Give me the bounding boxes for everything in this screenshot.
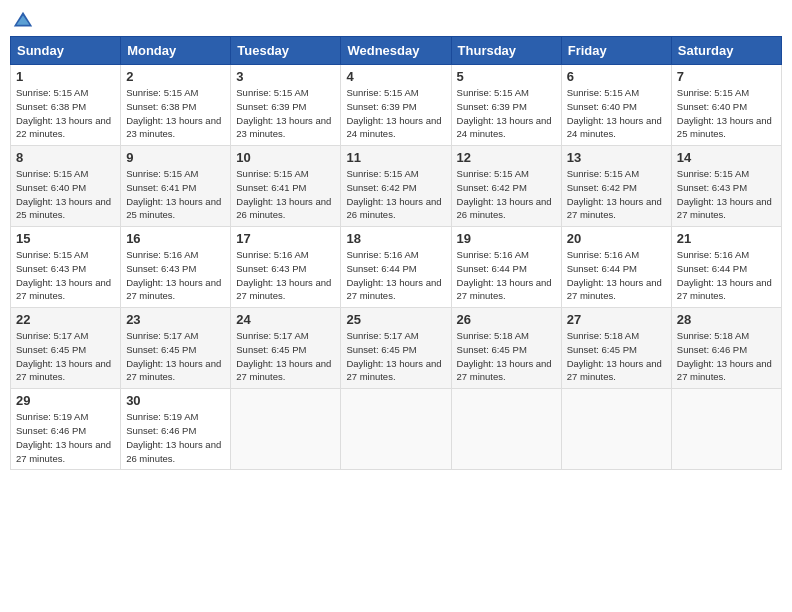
calendar-cell: 8 Sunrise: 5:15 AM Sunset: 6:40 PM Dayli… bbox=[11, 146, 121, 227]
page-header bbox=[10, 10, 782, 32]
day-info: Sunrise: 5:16 AM Sunset: 6:44 PM Dayligh… bbox=[457, 248, 556, 303]
day-header-wednesday: Wednesday bbox=[341, 37, 451, 65]
calendar-cell: 3 Sunrise: 5:15 AM Sunset: 6:39 PM Dayli… bbox=[231, 65, 341, 146]
day-number: 19 bbox=[457, 231, 556, 246]
day-number: 29 bbox=[16, 393, 115, 408]
calendar-cell: 10 Sunrise: 5:15 AM Sunset: 6:41 PM Dayl… bbox=[231, 146, 341, 227]
day-info: Sunrise: 5:17 AM Sunset: 6:45 PM Dayligh… bbox=[346, 329, 445, 384]
calendar-cell bbox=[341, 389, 451, 470]
day-info: Sunrise: 5:18 AM Sunset: 6:46 PM Dayligh… bbox=[677, 329, 776, 384]
day-number: 15 bbox=[16, 231, 115, 246]
calendar-week-3: 15 Sunrise: 5:15 AM Sunset: 6:43 PM Dayl… bbox=[11, 227, 782, 308]
day-info: Sunrise: 5:18 AM Sunset: 6:45 PM Dayligh… bbox=[457, 329, 556, 384]
day-info: Sunrise: 5:15 AM Sunset: 6:43 PM Dayligh… bbox=[16, 248, 115, 303]
calendar-cell: 22 Sunrise: 5:17 AM Sunset: 6:45 PM Dayl… bbox=[11, 308, 121, 389]
calendar-cell: 17 Sunrise: 5:16 AM Sunset: 6:43 PM Dayl… bbox=[231, 227, 341, 308]
calendar-cell: 30 Sunrise: 5:19 AM Sunset: 6:46 PM Dayl… bbox=[121, 389, 231, 470]
day-number: 8 bbox=[16, 150, 115, 165]
calendar-cell: 1 Sunrise: 5:15 AM Sunset: 6:38 PM Dayli… bbox=[11, 65, 121, 146]
day-info: Sunrise: 5:15 AM Sunset: 6:40 PM Dayligh… bbox=[16, 167, 115, 222]
day-info: Sunrise: 5:15 AM Sunset: 6:38 PM Dayligh… bbox=[126, 86, 225, 141]
day-info: Sunrise: 5:15 AM Sunset: 6:41 PM Dayligh… bbox=[236, 167, 335, 222]
day-info: Sunrise: 5:15 AM Sunset: 6:39 PM Dayligh… bbox=[236, 86, 335, 141]
calendar-cell bbox=[671, 389, 781, 470]
day-info: Sunrise: 5:15 AM Sunset: 6:38 PM Dayligh… bbox=[16, 86, 115, 141]
calendar-cell: 15 Sunrise: 5:15 AM Sunset: 6:43 PM Dayl… bbox=[11, 227, 121, 308]
day-info: Sunrise: 5:15 AM Sunset: 6:42 PM Dayligh… bbox=[457, 167, 556, 222]
day-info: Sunrise: 5:16 AM Sunset: 6:44 PM Dayligh… bbox=[346, 248, 445, 303]
day-info: Sunrise: 5:18 AM Sunset: 6:45 PM Dayligh… bbox=[567, 329, 666, 384]
calendar-cell: 14 Sunrise: 5:15 AM Sunset: 6:43 PM Dayl… bbox=[671, 146, 781, 227]
day-number: 28 bbox=[677, 312, 776, 327]
day-info: Sunrise: 5:17 AM Sunset: 6:45 PM Dayligh… bbox=[16, 329, 115, 384]
calendar-week-4: 22 Sunrise: 5:17 AM Sunset: 6:45 PM Dayl… bbox=[11, 308, 782, 389]
logo bbox=[10, 10, 34, 32]
calendar-cell bbox=[561, 389, 671, 470]
day-info: Sunrise: 5:15 AM Sunset: 6:42 PM Dayligh… bbox=[346, 167, 445, 222]
day-info: Sunrise: 5:15 AM Sunset: 6:40 PM Dayligh… bbox=[677, 86, 776, 141]
day-number: 22 bbox=[16, 312, 115, 327]
calendar-cell: 2 Sunrise: 5:15 AM Sunset: 6:38 PM Dayli… bbox=[121, 65, 231, 146]
day-info: Sunrise: 5:15 AM Sunset: 6:40 PM Dayligh… bbox=[567, 86, 666, 141]
calendar-header-row: SundayMondayTuesdayWednesdayThursdayFrid… bbox=[11, 37, 782, 65]
day-number: 11 bbox=[346, 150, 445, 165]
day-number: 3 bbox=[236, 69, 335, 84]
day-info: Sunrise: 5:16 AM Sunset: 6:43 PM Dayligh… bbox=[236, 248, 335, 303]
calendar-week-5: 29 Sunrise: 5:19 AM Sunset: 6:46 PM Dayl… bbox=[11, 389, 782, 470]
day-number: 16 bbox=[126, 231, 225, 246]
calendar-cell: 16 Sunrise: 5:16 AM Sunset: 6:43 PM Dayl… bbox=[121, 227, 231, 308]
day-info: Sunrise: 5:19 AM Sunset: 6:46 PM Dayligh… bbox=[16, 410, 115, 465]
day-number: 5 bbox=[457, 69, 556, 84]
calendar-cell: 26 Sunrise: 5:18 AM Sunset: 6:45 PM Dayl… bbox=[451, 308, 561, 389]
calendar-cell: 9 Sunrise: 5:15 AM Sunset: 6:41 PM Dayli… bbox=[121, 146, 231, 227]
day-number: 21 bbox=[677, 231, 776, 246]
calendar-cell: 6 Sunrise: 5:15 AM Sunset: 6:40 PM Dayli… bbox=[561, 65, 671, 146]
day-header-friday: Friday bbox=[561, 37, 671, 65]
day-number: 24 bbox=[236, 312, 335, 327]
calendar-table: SundayMondayTuesdayWednesdayThursdayFrid… bbox=[10, 36, 782, 470]
day-info: Sunrise: 5:15 AM Sunset: 6:39 PM Dayligh… bbox=[457, 86, 556, 141]
day-number: 9 bbox=[126, 150, 225, 165]
day-header-monday: Monday bbox=[121, 37, 231, 65]
day-number: 1 bbox=[16, 69, 115, 84]
calendar-cell: 27 Sunrise: 5:18 AM Sunset: 6:45 PM Dayl… bbox=[561, 308, 671, 389]
day-info: Sunrise: 5:16 AM Sunset: 6:44 PM Dayligh… bbox=[677, 248, 776, 303]
calendar-cell: 18 Sunrise: 5:16 AM Sunset: 6:44 PM Dayl… bbox=[341, 227, 451, 308]
day-info: Sunrise: 5:16 AM Sunset: 6:44 PM Dayligh… bbox=[567, 248, 666, 303]
day-number: 18 bbox=[346, 231, 445, 246]
day-info: Sunrise: 5:15 AM Sunset: 6:39 PM Dayligh… bbox=[346, 86, 445, 141]
calendar-cell: 13 Sunrise: 5:15 AM Sunset: 6:42 PM Dayl… bbox=[561, 146, 671, 227]
day-header-saturday: Saturday bbox=[671, 37, 781, 65]
calendar-cell: 25 Sunrise: 5:17 AM Sunset: 6:45 PM Dayl… bbox=[341, 308, 451, 389]
day-number: 4 bbox=[346, 69, 445, 84]
day-number: 30 bbox=[126, 393, 225, 408]
day-number: 17 bbox=[236, 231, 335, 246]
day-number: 27 bbox=[567, 312, 666, 327]
calendar-cell: 19 Sunrise: 5:16 AM Sunset: 6:44 PM Dayl… bbox=[451, 227, 561, 308]
calendar-cell: 4 Sunrise: 5:15 AM Sunset: 6:39 PM Dayli… bbox=[341, 65, 451, 146]
calendar-cell: 7 Sunrise: 5:15 AM Sunset: 6:40 PM Dayli… bbox=[671, 65, 781, 146]
calendar-cell bbox=[231, 389, 341, 470]
calendar-cell: 21 Sunrise: 5:16 AM Sunset: 6:44 PM Dayl… bbox=[671, 227, 781, 308]
logo-icon bbox=[12, 10, 34, 32]
calendar-cell: 5 Sunrise: 5:15 AM Sunset: 6:39 PM Dayli… bbox=[451, 65, 561, 146]
day-number: 26 bbox=[457, 312, 556, 327]
day-number: 2 bbox=[126, 69, 225, 84]
day-info: Sunrise: 5:16 AM Sunset: 6:43 PM Dayligh… bbox=[126, 248, 225, 303]
day-info: Sunrise: 5:15 AM Sunset: 6:43 PM Dayligh… bbox=[677, 167, 776, 222]
day-info: Sunrise: 5:15 AM Sunset: 6:42 PM Dayligh… bbox=[567, 167, 666, 222]
calendar-cell: 20 Sunrise: 5:16 AM Sunset: 6:44 PM Dayl… bbox=[561, 227, 671, 308]
day-number: 10 bbox=[236, 150, 335, 165]
calendar-cell: 28 Sunrise: 5:18 AM Sunset: 6:46 PM Dayl… bbox=[671, 308, 781, 389]
calendar-cell: 24 Sunrise: 5:17 AM Sunset: 6:45 PM Dayl… bbox=[231, 308, 341, 389]
day-info: Sunrise: 5:17 AM Sunset: 6:45 PM Dayligh… bbox=[236, 329, 335, 384]
calendar-cell: 29 Sunrise: 5:19 AM Sunset: 6:46 PM Dayl… bbox=[11, 389, 121, 470]
calendar-week-1: 1 Sunrise: 5:15 AM Sunset: 6:38 PM Dayli… bbox=[11, 65, 782, 146]
day-number: 25 bbox=[346, 312, 445, 327]
calendar-cell: 12 Sunrise: 5:15 AM Sunset: 6:42 PM Dayl… bbox=[451, 146, 561, 227]
day-info: Sunrise: 5:19 AM Sunset: 6:46 PM Dayligh… bbox=[126, 410, 225, 465]
day-number: 14 bbox=[677, 150, 776, 165]
day-info: Sunrise: 5:17 AM Sunset: 6:45 PM Dayligh… bbox=[126, 329, 225, 384]
day-number: 20 bbox=[567, 231, 666, 246]
day-header-tuesday: Tuesday bbox=[231, 37, 341, 65]
